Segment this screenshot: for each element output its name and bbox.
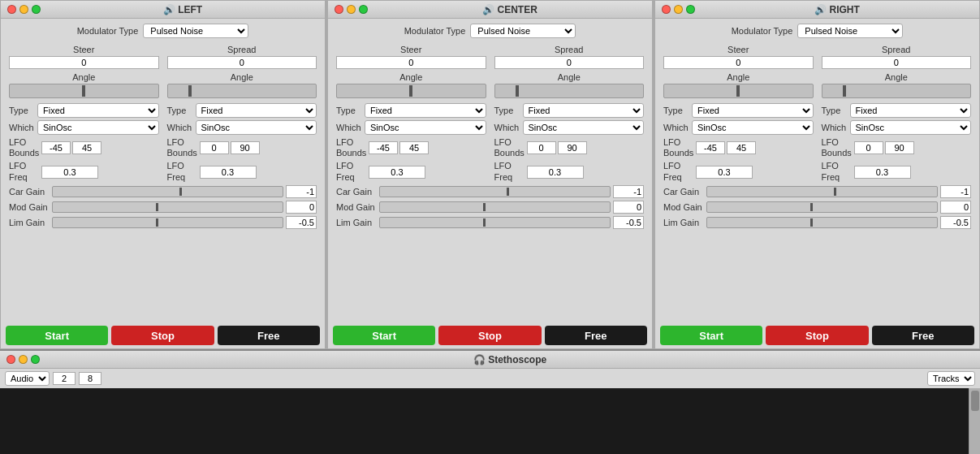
left-steer-angle-slider[interactable]	[9, 84, 159, 98]
left-lfo-freq2-input[interactable]	[200, 166, 257, 179]
left-modulator-select[interactable]: Pulsed Noise Sin Noise	[143, 24, 248, 38]
right-lim-gain-input[interactable]	[940, 216, 971, 229]
right-mod-gain-input[interactable]	[940, 201, 971, 214]
stethoscope-min-button[interactable]	[19, 355, 28, 364]
right-car-gain-slider[interactable]	[706, 186, 938, 197]
stethoscope-section: 🎧 Stethoscope Audio Tracks	[0, 349, 980, 454]
left-min-button[interactable]	[19, 5, 28, 14]
left-max-button[interactable]	[32, 5, 41, 14]
right-which2-select[interactable]: SinOsc	[850, 120, 972, 135]
right-mod-gain-slider[interactable]	[706, 201, 938, 213]
center-mod-gain-slider[interactable]	[379, 201, 611, 213]
audio-channel2-input[interactable]	[79, 372, 101, 385]
audio-select[interactable]: Audio	[5, 371, 50, 386]
center-lfo-bounds2-min[interactable]	[527, 141, 556, 154]
center-lfo-bounds-max[interactable]	[399, 141, 429, 154]
center-lfo-bounds2-max[interactable]	[558, 141, 587, 154]
center-lfo-bounds-min[interactable]	[369, 141, 398, 154]
center-type2-select[interactable]: Fixed	[523, 103, 645, 118]
left-titlebar: 🔊 LEFT	[1, 1, 325, 19]
center-start-button[interactable]: Start	[333, 326, 435, 345]
center-steer-angle-slider[interactable]	[336, 84, 486, 98]
left-lfo-freq-input[interactable]	[41, 166, 98, 179]
left-lfo-bounds2-min[interactable]	[200, 141, 229, 154]
left-lfo-bounds-min[interactable]	[41, 141, 71, 154]
right-lfo-bounds2-min[interactable]	[854, 141, 883, 154]
right-modulator-select[interactable]: Pulsed Noise	[797, 24, 903, 38]
right-car-gain-input[interactable]	[940, 185, 971, 198]
right-lfo-freq-input[interactable]	[696, 166, 753, 179]
left-steer-input[interactable]	[9, 56, 159, 69]
center-lfo-freq-input[interactable]	[369, 166, 425, 179]
center-type-select[interactable]: Fixed	[365, 103, 486, 118]
right-lim-gain-slider[interactable]	[706, 217, 938, 228]
center-which-select[interactable]: SinOsc	[365, 120, 486, 135]
left-which-select[interactable]: SinOscPulse	[37, 120, 159, 135]
stethoscope-close-button[interactable]	[6, 355, 15, 364]
center-min-button[interactable]	[347, 5, 356, 14]
left-mod-gain-input[interactable]	[286, 201, 317, 214]
left-close-button[interactable]	[7, 5, 16, 14]
center-type-label: Type	[336, 106, 365, 115]
right-lfo-bounds2-max[interactable]	[885, 141, 914, 154]
center-lfo-freq2-input[interactable]	[527, 166, 584, 179]
left-lim-gain-input[interactable]	[286, 216, 317, 229]
right-steer-input[interactable]	[663, 56, 814, 69]
waveform-wrapper	[0, 388, 980, 454]
right-stop-button[interactable]: Stop	[766, 326, 868, 345]
left-type-select[interactable]: FixedLFO	[37, 103, 159, 118]
right-spread-input[interactable]	[822, 56, 972, 69]
left-free-button[interactable]: Free	[218, 326, 320, 345]
left-car-gain-input[interactable]	[286, 185, 317, 198]
left-start-button[interactable]: Start	[6, 326, 108, 345]
right-steer-angle-slider[interactable]	[663, 84, 814, 98]
left-mod-gain-label: Mod Gain	[9, 202, 50, 212]
right-type-select[interactable]: Fixed	[692, 103, 814, 118]
left-mod-gain-slider[interactable]	[52, 201, 283, 213]
left-lfo-bounds-max[interactable]	[72, 141, 101, 154]
center-stop-button[interactable]: Stop	[438, 326, 541, 345]
center-max-button[interactable]	[359, 5, 368, 14]
right-type2-select[interactable]: Fixed	[850, 103, 972, 118]
left-lfo-bounds2-max[interactable]	[231, 141, 260, 154]
right-lfo-freq2-label: LFOFreq	[822, 161, 854, 182]
right-spread-angle-slider[interactable]	[822, 84, 972, 98]
center-steer-input[interactable]	[336, 56, 486, 69]
right-type-label: Type	[663, 106, 692, 115]
right-close-button[interactable]	[662, 5, 671, 14]
right-lfo-freq-label: LFOFreq	[663, 161, 696, 182]
right-max-button[interactable]	[686, 5, 695, 14]
right-min-button[interactable]	[674, 5, 683, 14]
left-which2-select[interactable]: SinOsc	[196, 120, 317, 135]
right-lfo-bounds-max[interactable]	[727, 141, 756, 154]
center-car-gain-input[interactable]	[613, 185, 644, 198]
scrollbar-thumb[interactable]	[971, 391, 979, 411]
right-start-button[interactable]: Start	[660, 326, 762, 345]
center-mod-gain-input[interactable]	[613, 201, 644, 214]
right-which2-label: Which	[822, 123, 850, 132]
right-free-button[interactable]: Free	[872, 326, 974, 345]
left-car-gain-slider[interactable]	[52, 186, 283, 197]
left-spread-input[interactable]	[167, 56, 317, 69]
center-lim-gain-slider[interactable]	[379, 217, 611, 228]
center-spread-input[interactable]	[494, 56, 645, 69]
center-close-button[interactable]	[335, 5, 343, 14]
center-which2-select[interactable]: SinOsc	[523, 120, 645, 135]
stethoscope-max-button[interactable]	[31, 355, 40, 364]
center-free-button[interactable]: Free	[545, 326, 647, 345]
right-which-select[interactable]: SinOsc	[692, 120, 814, 135]
left-type2-select[interactable]: Fixed	[196, 103, 317, 118]
tracks-select[interactable]: Tracks	[927, 371, 975, 386]
left-stop-button[interactable]: Stop	[111, 326, 214, 345]
center-spread-angle-slider[interactable]	[494, 84, 645, 98]
center-car-gain-slider[interactable]	[379, 186, 611, 197]
center-modulator-select[interactable]: Pulsed Noise	[470, 24, 576, 38]
left-lim-gain-slider[interactable]	[52, 217, 283, 228]
right-lfo-freq2-input[interactable]	[854, 166, 911, 179]
right-lfo-bounds-min[interactable]	[696, 141, 725, 154]
waveform-area	[0, 388, 969, 454]
audio-channel1-input[interactable]	[53, 372, 76, 385]
center-lim-gain-input[interactable]	[613, 216, 644, 229]
left-spread-angle-slider[interactable]	[167, 84, 317, 98]
vertical-scrollbar[interactable]	[969, 388, 980, 454]
